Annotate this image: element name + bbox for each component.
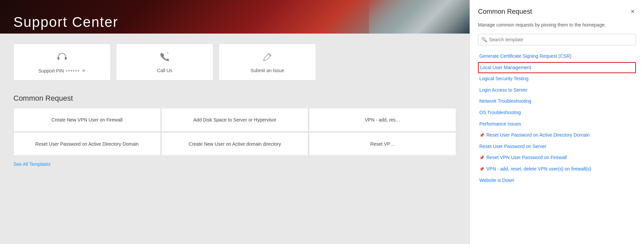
request-item-5[interactable]: Reset VP… <box>309 132 456 156</box>
common-request-title: Common Request <box>13 94 456 103</box>
svg-rect-0 <box>57 57 59 60</box>
pin-icon-reset-password-ad: 📌 <box>479 133 484 138</box>
pencil-icon <box>262 51 273 65</box>
template-list[interactable]: Generate Certificate Signing Request (CS… <box>470 49 644 244</box>
main-content: Support Center Support PIN •••••• 👁 <box>0 0 470 244</box>
search-input[interactable] <box>478 34 636 45</box>
panel-description: Manage common requests by pinning them t… <box>470 21 644 34</box>
call-us-label: Call Us <box>157 68 172 73</box>
support-pin-label: Support PIN •••••• 👁 <box>38 68 86 74</box>
template-label-local-user-mgmt: Local User Management <box>480 64 634 71</box>
pin-dots: •••••• <box>66 68 79 74</box>
headset-icon <box>56 51 68 65</box>
header-banner: Support Center <box>0 0 470 34</box>
svg-rect-1 <box>65 57 67 60</box>
call-us-card[interactable]: Call Us <box>116 44 213 81</box>
template-item-reset-vpn-password[interactable]: 📌Reset VPN User Password on Firewall <box>478 152 636 163</box>
template-item-vpn-add-reset[interactable]: 📌VPN - add, reset, delete VPN user(s) on… <box>478 163 636 175</box>
see-all-link[interactable]: See All Templates <box>13 161 51 167</box>
request-grid: Create New VPN User on Firewall Add Disk… <box>13 108 456 156</box>
template-label-generate-csr: Generate Certificate Signing Request (CS… <box>479 53 635 60</box>
template-label-reset-vpn-password: Reset VPN User Password on Firewall <box>486 154 635 161</box>
eye-icon[interactable]: 👁 <box>82 68 86 73</box>
template-label-logical-security: Logical Security Testing <box>479 76 635 82</box>
template-label-performance-issues: Performance Issues <box>479 121 635 128</box>
template-label-reset-password-ad: Reset User Password on Active Directory … <box>486 132 635 139</box>
template-item-os-troubleshoot[interactable]: OS Troubleshooting <box>478 107 636 118</box>
request-item-2[interactable]: VPN - add, res… <box>309 108 456 132</box>
template-label-login-access: Login Access to Server <box>479 87 635 94</box>
template-label-os-troubleshoot: OS Troubleshooting <box>479 109 635 116</box>
panel-header: Common Request × <box>470 0 644 21</box>
submit-issue-label: Submit an Issue <box>251 68 284 73</box>
template-item-website-down[interactable]: Website is Down <box>478 175 636 186</box>
panel-title: Common Request <box>478 8 532 15</box>
template-label-vpn-add-reset: VPN - add, reset, delete VPN user(s) on … <box>486 166 635 173</box>
phone-icon <box>159 51 170 65</box>
support-pin-card[interactable]: Support PIN •••••• 👁 <box>13 44 111 81</box>
template-item-reset-password-server[interactable]: Reset User Password on Server <box>478 141 636 152</box>
right-panel: Common Request × Manage common requests … <box>470 0 644 244</box>
quick-cards-container: Support PIN •••••• 👁 Call Us <box>13 44 456 81</box>
template-item-performance-issues[interactable]: Performance Issues <box>478 118 636 130</box>
page-title: Support Center <box>13 14 118 30</box>
template-item-reset-password-ad[interactable]: 📌Reset User Password on Active Directory… <box>478 130 636 141</box>
template-item-logical-security[interactable]: Logical Security Testing <box>478 73 636 85</box>
close-button[interactable]: × <box>629 7 636 16</box>
template-item-generate-csr[interactable]: Generate Certificate Signing Request (CS… <box>478 51 636 62</box>
request-item-3[interactable]: Reset User Password on Active Directory … <box>13 132 161 156</box>
request-item-4[interactable]: Create New User on Active domain directo… <box>161 132 309 156</box>
request-item-0[interactable]: Create New VPN User on Firewall <box>13 108 161 132</box>
pin-icon-reset-vpn-password: 📌 <box>479 155 484 161</box>
submit-issue-card[interactable]: Submit an Issue <box>219 44 316 81</box>
request-item-1[interactable]: Add Disk Space to Server or Hypervisor <box>161 108 309 132</box>
page-body: Support PIN •••••• 👁 Call Us <box>0 34 470 177</box>
template-item-local-user-mgmt[interactable]: Local User Management <box>478 62 636 74</box>
template-label-network-troubleshoot: Network Troubleshooting <box>479 98 635 105</box>
template-item-login-access[interactable]: Login Access to Server <box>478 85 636 96</box>
template-label-reset-password-server: Reset User Password on Server <box>479 143 635 150</box>
search-icon: 🔍 <box>481 37 487 42</box>
search-box: 🔍 <box>478 34 636 45</box>
pin-icon-vpn-add-reset: 📌 <box>479 166 484 172</box>
template-label-website-down: Website is Down <box>479 177 635 184</box>
template-item-network-troubleshoot[interactable]: Network Troubleshooting <box>478 96 636 107</box>
